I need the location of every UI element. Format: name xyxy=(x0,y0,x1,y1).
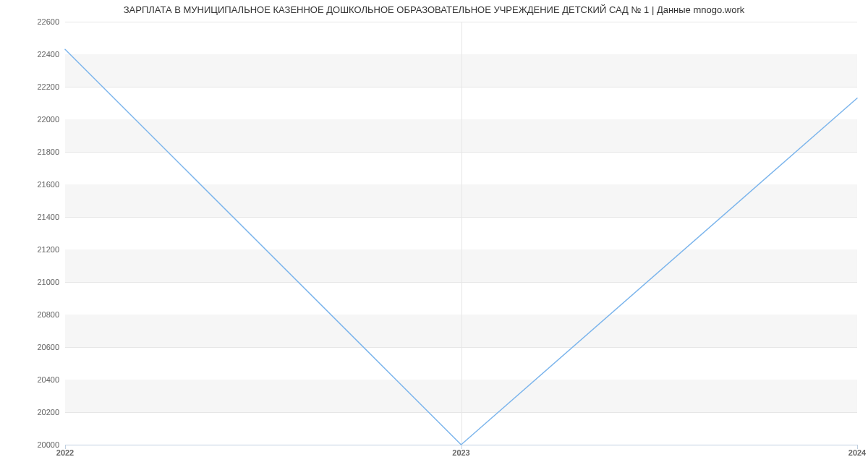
chart-title: ЗАРПЛАТА В МУНИЦИПАЛЬНОЕ КАЗЕННОЕ ДОШКОЛ… xyxy=(0,4,868,15)
y-tick-label: 21800 xyxy=(1,148,59,156)
y-tick-label: 22200 xyxy=(1,82,59,91)
y-tick-label: 22600 xyxy=(1,17,59,26)
y-tick-label: 20200 xyxy=(1,408,59,416)
y-tick-label: 21200 xyxy=(1,245,59,254)
x-tick-label: 2024 xyxy=(848,448,866,457)
y-tick-label: 22000 xyxy=(1,115,59,124)
x-tick-mark xyxy=(857,445,858,449)
y-tick-label: 21600 xyxy=(1,180,59,189)
y-tick-label: 21000 xyxy=(1,278,59,286)
y-tick-label: 22400 xyxy=(1,50,59,59)
y-tick-label: 20000 xyxy=(1,440,59,449)
x-tick-mark xyxy=(65,445,66,449)
x-tick-label: 2022 xyxy=(56,448,74,457)
chart-container: ЗАРПЛАТА В МУНИЦИПАЛЬНОЕ КАЗЕННОЕ ДОШКОЛ… xyxy=(0,0,868,470)
x-tick-label: 2023 xyxy=(452,448,469,457)
y-tick-label: 21400 xyxy=(1,213,59,221)
y-tick-label: 20600 xyxy=(1,343,59,351)
series-line xyxy=(65,49,857,445)
x-tick-mark xyxy=(461,445,462,449)
plot-area xyxy=(65,22,857,445)
y-tick-label: 20400 xyxy=(1,375,59,384)
line-layer xyxy=(65,22,857,445)
y-tick-label: 20800 xyxy=(1,310,59,319)
